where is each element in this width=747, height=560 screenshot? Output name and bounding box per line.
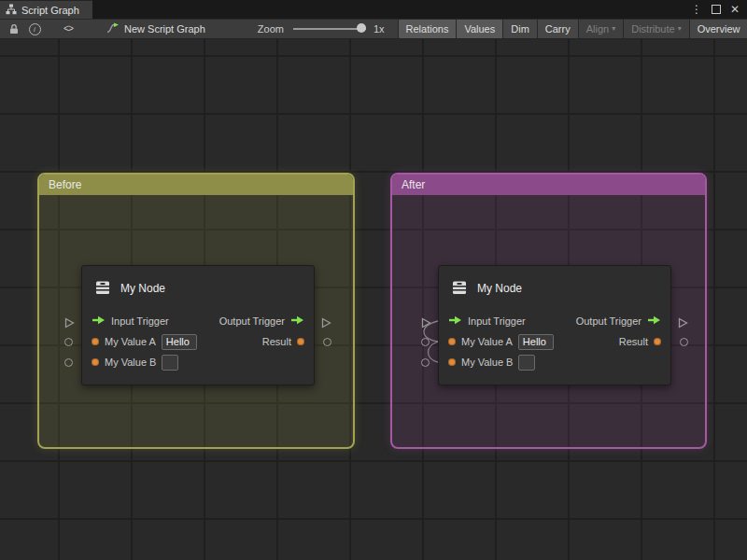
menu-icon[interactable]: ⋮ bbox=[691, 4, 702, 15]
info-icon[interactable]: i bbox=[24, 20, 45, 38]
port-row-trigger: Input Trigger Output Trigger bbox=[82, 311, 314, 331]
outer-value-a-port-icon[interactable] bbox=[421, 338, 430, 346]
value-b-label: My Value B bbox=[105, 357, 156, 368]
dim-button[interactable]: Dim bbox=[503, 19, 538, 39]
value-a-label: My Value A bbox=[105, 336, 156, 347]
zoom-slider-track bbox=[293, 28, 366, 30]
graph-canvas[interactable]: Before My Node bbox=[0, 39, 747, 560]
node-header[interactable]: My Node bbox=[439, 266, 670, 311]
tab-title: Script Graph bbox=[21, 5, 79, 16]
close-icon[interactable]: ✕ bbox=[730, 4, 740, 15]
output-trigger-port-icon[interactable] bbox=[290, 315, 304, 327]
result-label: Result bbox=[262, 336, 291, 347]
unit-box-icon bbox=[450, 278, 469, 300]
relations-button[interactable]: Relations bbox=[398, 19, 458, 39]
value-b-input[interactable] bbox=[518, 355, 535, 371]
value-a-port-icon[interactable] bbox=[92, 338, 99, 345]
group-before-title: Before bbox=[49, 178, 81, 191]
result-port-icon[interactable] bbox=[654, 338, 661, 345]
value-b-port-icon[interactable] bbox=[92, 358, 99, 366]
outer-value-b-port-icon[interactable] bbox=[421, 358, 430, 367]
graph-toolbar: i <> New Script Graph Zoom 1x Relations … bbox=[0, 19, 747, 39]
result-port-icon[interactable] bbox=[297, 338, 304, 345]
value-b-input[interactable] bbox=[162, 355, 178, 371]
node-title: My Node bbox=[120, 282, 165, 295]
input-trigger-port-icon[interactable] bbox=[448, 315, 462, 327]
node-title: My Node bbox=[477, 282, 522, 295]
chevron-down-icon: ▾ bbox=[612, 21, 615, 36]
zoom-slider[interactable] bbox=[293, 20, 366, 38]
zoom-value: 1x bbox=[374, 23, 385, 35]
output-trigger-port-icon[interactable] bbox=[647, 315, 661, 327]
graph-name-label: New Script Graph bbox=[124, 23, 205, 35]
value-b-label: My Value B bbox=[461, 357, 513, 368]
lock-icon[interactable] bbox=[4, 20, 24, 38]
port-row-value-a: My Value A Hello Result bbox=[82, 331, 314, 352]
port-row-trigger: Input Trigger Output Trigger bbox=[439, 311, 670, 331]
input-trigger-port-icon[interactable] bbox=[92, 315, 106, 327]
port-row-value-b: My Value B bbox=[439, 352, 670, 372]
unit-box-icon bbox=[93, 278, 112, 300]
align-button: Align ▾ bbox=[579, 19, 624, 39]
window-tab-bar: Script Graph ⋮ ✕ bbox=[0, 0, 747, 19]
node-my-node-after[interactable]: My Node Input Trigger Output Trigger bbox=[438, 265, 671, 385]
graph-breadcrumb[interactable]: New Script Graph bbox=[106, 22, 205, 35]
values-button[interactable]: Values bbox=[457, 19, 503, 39]
maximize-icon[interactable] bbox=[712, 5, 721, 14]
zoom-slider-thumb[interactable] bbox=[357, 23, 366, 33]
graph-asset-icon bbox=[106, 22, 120, 35]
value-b-port-icon[interactable] bbox=[448, 358, 456, 366]
tab-script-graph[interactable]: Script Graph bbox=[0, 0, 92, 19]
value-a-input[interactable]: Hello bbox=[518, 334, 554, 350]
value-a-port-icon[interactable] bbox=[448, 338, 456, 345]
group-after-title: After bbox=[402, 178, 425, 191]
input-trigger-label: Input Trigger bbox=[468, 315, 526, 327]
outer-output-trigger-port-icon[interactable] bbox=[678, 315, 688, 332]
overview-button[interactable]: Overview bbox=[690, 19, 747, 39]
group-after-header[interactable]: After bbox=[392, 175, 705, 195]
carry-button[interactable]: Carry bbox=[538, 19, 579, 39]
value-a-input[interactable]: Hello bbox=[162, 334, 197, 350]
port-row-value-b: My Value B bbox=[82, 352, 314, 372]
node-header[interactable]: My Node bbox=[82, 266, 314, 311]
outer-value-b-port-icon[interactable] bbox=[64, 358, 73, 367]
toolbar-button-group: Relations Values Dim Carry Align ▾ Distr… bbox=[398, 19, 747, 39]
outer-output-trigger-port-icon[interactable] bbox=[321, 315, 331, 332]
group-before[interactable]: Before My Node bbox=[37, 173, 355, 449]
result-label: Result bbox=[619, 336, 648, 347]
value-a-label: My Value A bbox=[461, 336, 513, 347]
output-trigger-label: Output Trigger bbox=[219, 315, 285, 327]
output-trigger-label: Output Trigger bbox=[576, 315, 641, 327]
window-controls: ⋮ ✕ bbox=[691, 0, 747, 19]
zoom-label: Zoom bbox=[258, 23, 284, 35]
group-before-header[interactable]: Before bbox=[39, 175, 353, 195]
group-after[interactable]: After My Node bbox=[390, 173, 707, 449]
distribute-button: Distribute ▾ bbox=[624, 19, 689, 39]
chevron-down-icon: ▾ bbox=[678, 21, 682, 36]
node-my-node-before[interactable]: My Node Input Trigger Output Trigger bbox=[81, 265, 315, 385]
edit-graph-icon[interactable]: <> bbox=[58, 20, 78, 38]
outer-result-port-icon[interactable] bbox=[323, 338, 331, 346]
outer-input-trigger-port-icon[interactable] bbox=[64, 315, 75, 332]
outer-input-trigger-port-icon[interactable] bbox=[421, 315, 431, 332]
outer-value-a-port-icon[interactable] bbox=[64, 338, 73, 346]
outer-result-port-icon[interactable] bbox=[680, 338, 688, 346]
script-graph-tab-icon bbox=[6, 4, 17, 17]
input-trigger-label: Input Trigger bbox=[111, 315, 169, 327]
port-row-value-a: My Value A Hello Result bbox=[439, 331, 670, 352]
